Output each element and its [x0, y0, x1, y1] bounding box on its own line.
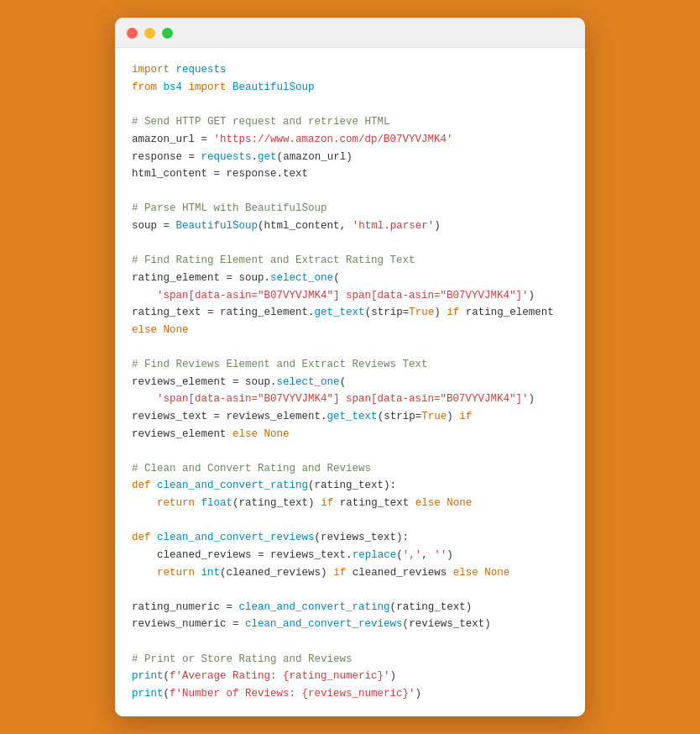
close-button[interactable] — [127, 28, 138, 39]
maximize-button[interactable] — [162, 28, 173, 39]
minimize-button[interactable] — [144, 28, 155, 39]
titlebar — [115, 18, 585, 48]
code-window: import requests from bs4 import Beautifu… — [115, 18, 585, 716]
code-block: import requests from bs4 import Beautifu… — [115, 48, 585, 716]
